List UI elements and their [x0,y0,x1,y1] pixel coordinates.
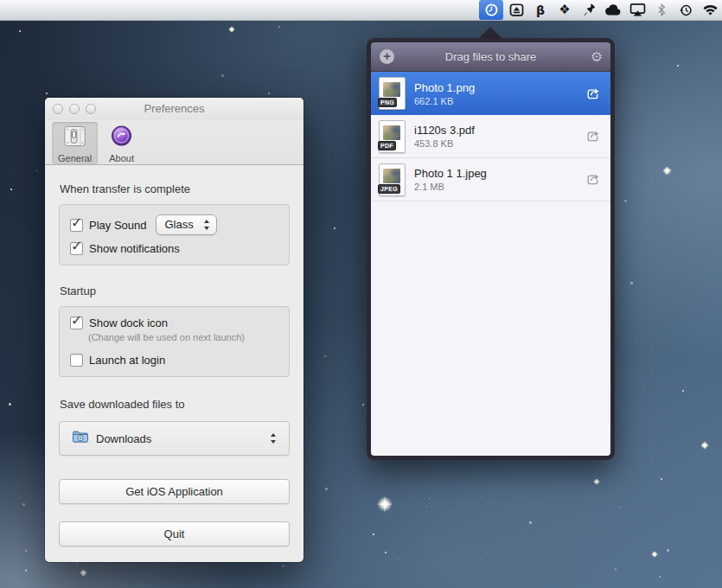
menu-bar: β ❖ [0,0,722,21]
updown-arrows-icon [271,433,277,444]
file-size: 2.1 MB [414,181,581,193]
file-name: Photo 1 1.jpeg [414,166,581,181]
share-icon[interactable] [581,169,604,191]
tab-general[interactable]: General [52,122,98,164]
file-size: 453.8 KB [414,137,581,150]
get-ios-application-button[interactable]: Get iOS Application [59,479,290,504]
popover-header: + Drag files to share ⚙ [371,42,610,72]
popover-title: Drag files to share [371,42,610,71]
app-clock-icon[interactable] [479,0,503,20]
transfer-group: Play Sound Glass Show notifications [59,204,290,265]
section-heading-transfer: When transfer is complete [60,182,290,195]
show-notifications-checkbox[interactable] [70,242,83,255]
zoom-button[interactable] [86,104,96,114]
downloads-folder-icon [72,430,89,447]
show-notifications-label: Show notifications [89,242,180,255]
play-sound-checkbox[interactable] [70,219,83,232]
about-icon [109,124,134,152]
file-thumbnail-icon: PDF [379,120,406,153]
tab-about[interactable]: About [103,122,140,164]
preferences-toolbar: General About [45,120,303,165]
dock-icon-note: (Change will be used on next launch) [88,332,278,342]
section-heading-startup: Startup [60,284,290,297]
dropbox-icon[interactable]: ❖ [553,0,577,20]
show-dock-icon-checkbox[interactable] [70,316,83,329]
time-machine-icon[interactable] [674,0,698,20]
save-location-select[interactable]: Downloads [59,421,290,456]
file-type-badge: PDF [378,141,396,150]
airplay-icon[interactable] [625,0,649,20]
file-row[interactable]: PDF i1120s 3.pdf 453.8 KB [371,115,610,158]
launch-at-login-label: Launch at login [89,354,165,367]
general-switch-icon [62,124,87,152]
wifi-icon[interactable] [698,0,722,20]
launch-at-login-row: Launch at login [70,354,278,367]
popover-arrow [478,27,502,39]
preferences-window: Preferences General [45,98,303,562]
eject-box-icon[interactable] [504,0,528,20]
file-row[interactable]: PNG Photo 1.png 662.1 KB [371,72,610,115]
file-list: PNG Photo 1.png 662.1 KB PDF i1120s 3.pd… [371,72,610,456]
beta-icon[interactable]: β [528,0,553,20]
file-name: Photo 1.png [414,80,581,95]
file-row[interactable]: JPEG Photo 1 1.jpeg 2.1 MB [371,158,610,201]
updown-arrows-icon [204,220,210,230]
launch-at-login-checkbox[interactable] [70,354,83,367]
titlebar[interactable]: Preferences [45,98,303,120]
save-location-value: Downloads [96,432,151,445]
section-heading-save: Save downloaded files to [60,398,290,411]
file-type-badge: JPEG [378,184,400,194]
file-thumbnail-icon: PNG [379,77,406,110]
preferences-content: When transfer is complete Play Sound Gla… [45,165,303,546]
bluetooth-icon[interactable] [649,0,674,20]
add-file-button[interactable]: + [380,49,394,64]
tab-label: About [109,153,134,163]
show-notifications-row: Show notifications [70,242,278,255]
desktop: β ❖ + Drag files to share ⚙ [0,0,722,588]
file-type-badge: PNG [378,98,397,107]
quit-button[interactable]: Quit [59,521,290,546]
popover-frame: + Drag files to share ⚙ PNG Photo 1.png … [367,38,615,460]
sound-select[interactable]: Glass [156,214,217,235]
play-sound-label: Play Sound [89,219,147,232]
play-sound-row: Play Sound Glass [70,214,278,235]
startup-group: Show dock icon (Change will be used on n… [59,306,290,377]
minimize-button[interactable] [69,104,80,114]
show-dock-icon-row: Show dock icon [70,316,278,329]
file-thumbnail-icon: JPEG [379,163,406,196]
close-button[interactable] [53,104,63,114]
sound-select-value: Glass [165,218,194,231]
show-dock-icon-label: Show dock icon [89,316,168,329]
share-icon[interactable] [581,125,604,148]
settings-gear-button[interactable]: ⚙ [591,42,603,71]
pin-icon[interactable] [577,0,601,20]
cloud-icon[interactable] [601,0,625,20]
file-size: 662.1 KB [414,95,581,107]
file-name: i1120s 3.pdf [414,123,581,137]
tab-label: General [58,153,92,163]
share-icon[interactable] [581,82,604,105]
